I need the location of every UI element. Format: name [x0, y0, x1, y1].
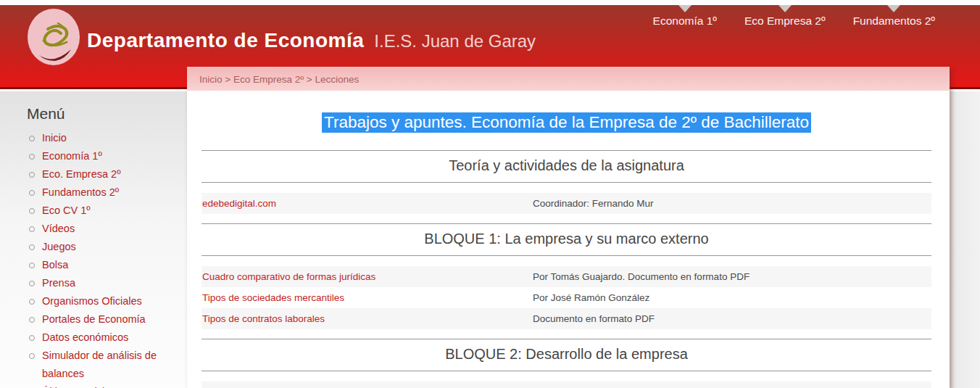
section-heading: BLOQUE 2: Desarrollo de la empresa [202, 339, 931, 371]
section-rows: Crecimiento empresarial y globalización … [202, 381, 931, 388]
sidebar-item[interactable]: Simulador de análisis de balances [27, 347, 175, 383]
chevron-down-icon [678, 5, 692, 12]
row-info: Documento en formato PDF [533, 313, 655, 324]
section-rows: edebedigital.com Coordinador: Fernando M… [202, 193, 931, 214]
sidebar-item[interactable]: Prensa [27, 274, 175, 292]
breadcrumb[interactable]: Inicio > Eco Empresa 2º > Lecciones [199, 74, 359, 85]
content-card: Trabajos y apuntes. Economía de la Empre… [187, 112, 950, 388]
section-block: BLOQUE 1: La empresa y su marco externo … [202, 223, 931, 329]
right-gutter [950, 91, 980, 388]
row-info: Coordinador: Fernando Mur [533, 198, 654, 209]
table-row: Cuadro comparativo de formas jurídicas P… [202, 266, 931, 287]
sidebar-item[interactable]: Bolsa [27, 256, 175, 274]
table-row: edebedigital.com Coordinador: Fernando M… [202, 193, 931, 214]
nav-item[interactable]: Eco Empresa 2º [744, 5, 826, 28]
row-link[interactable]: edebedigital.com [202, 198, 533, 209]
section-heading: Teoría y actividades de la asignatura [202, 150, 931, 183]
chevron-down-icon [887, 5, 900, 12]
page: Departamento de EconomíaI.E.S. Juan de G… [0, 0, 980, 388]
table-row: Tipos de sociedades mercantiles Por José… [202, 287, 931, 308]
section-heading: BLOQUE 1: La empresa y su marco externo [202, 223, 931, 256]
nav-item-label: Economía 1º [653, 15, 717, 28]
department-title: Departamento de Economía [87, 29, 364, 51]
top-nav: Economía 1º Eco Empresa 2º Fundamentos 2… [653, 5, 935, 28]
row-info: Por José Ramón González [533, 292, 649, 303]
row-link[interactable]: Tipos de contratos laborales [202, 313, 533, 324]
section-block: Teoría y actividades de la asignatura ed… [202, 150, 931, 214]
sidebar-item[interactable]: Organismos Oficiales [27, 292, 175, 310]
table-row: Tipos de contratos laborales Documento e… [202, 308, 931, 329]
nav-item[interactable]: Economía 1º [653, 5, 717, 28]
sidebar-menu-list: Inicio Economía 1º Eco. Empresa 2º Funda… [27, 129, 187, 388]
row-info: Por Tomás Guajardo. Documento en formato… [533, 271, 749, 282]
sidebar-item[interactable]: Fundamentos 2º [27, 183, 175, 202]
sidebar-item[interactable]: Datos económicos [27, 329, 175, 347]
page-title-wrap: Trabajos y apuntes. Economía de la Empre… [202, 112, 931, 133]
sidebar: Menú Inicio Economía 1º Eco. Empresa 2º … [0, 91, 187, 388]
top-white-strip [0, 0, 980, 5]
school-title: I.E.S. Juan de Garay [374, 31, 536, 51]
row-link[interactable]: Tipos de sociedades mercantiles [202, 292, 533, 303]
sections-container: Teoría y actividades de la asignatura ed… [202, 150, 931, 388]
nav-item[interactable]: Fundamentos 2º [853, 5, 935, 28]
nav-item-label: Eco Empresa 2º [744, 15, 826, 28]
sidebar-item[interactable]: Juegos [27, 238, 175, 256]
chevron-down-icon [778, 5, 792, 12]
sidebar-item[interactable]: Eco CV 1º [27, 202, 175, 220]
sidebar-item[interactable]: Economía 1º [27, 147, 175, 165]
section-block: BLOQUE 2: Desarrollo de la empresa Creci… [202, 339, 931, 388]
department-logo[interactable] [26, 7, 81, 70]
breadcrumb-bar: Inicio > Eco Empresa 2º > Lecciones [187, 67, 950, 91]
sidebar-menu-title: Menú [27, 105, 187, 123]
row-link[interactable]: Cuadro comparativo de formas jurídicas [202, 271, 533, 282]
nav-item-label: Fundamentos 2º [853, 15, 935, 28]
site-branding: Departamento de EconomíaI.E.S. Juan de G… [87, 29, 536, 52]
table-row: Crecimiento empresarial y globalización … [202, 381, 931, 388]
page-title: Trabajos y apuntes. Economía de la Empre… [322, 112, 811, 133]
section-rows: Cuadro comparativo de formas jurídicas P… [202, 266, 931, 329]
sidebar-item[interactable]: Eco. Empresa 2º [27, 165, 175, 183]
sidebar-item[interactable]: Portales de Economía [27, 310, 175, 329]
logo-icon [26, 7, 81, 67]
content-column: Inicio > Eco Empresa 2º > Lecciones Trab… [187, 67, 950, 388]
sidebar-item[interactable]: Inicio [27, 129, 175, 147]
sidebar-item[interactable]: Últimas noticias [27, 383, 175, 388]
sidebar-item[interactable]: Vídeos [27, 220, 175, 238]
